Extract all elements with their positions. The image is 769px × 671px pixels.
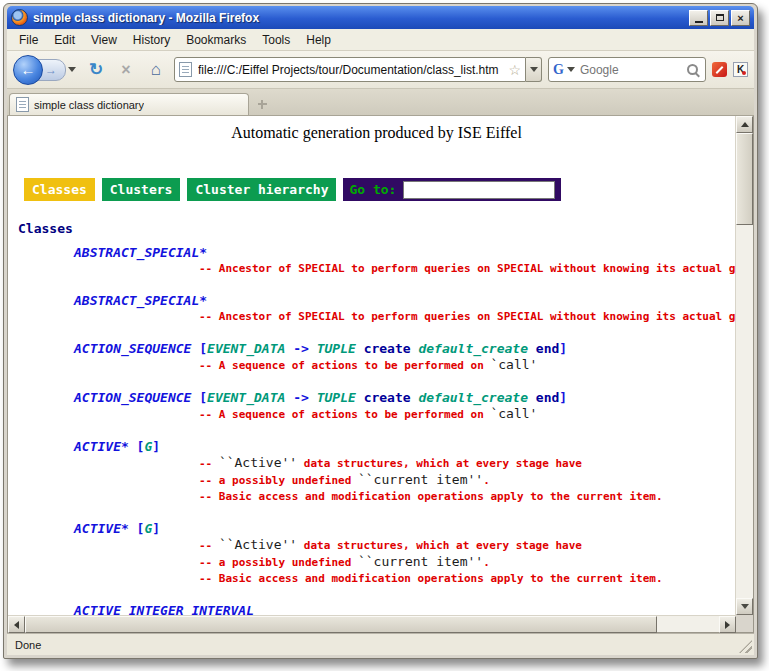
doc-nav-cluster-hierarchy[interactable]: Cluster hierarchy — [187, 178, 336, 201]
class-comment: -- A sequence of actions to be performed… — [18, 406, 735, 423]
tab-bar: simple class dictionary — [7, 89, 754, 116]
menu-history[interactable]: History — [125, 31, 178, 49]
text-segment: EVENT_DATA — [207, 341, 285, 356]
minimize-icon — [695, 21, 703, 23]
text-segment: end — [536, 390, 559, 405]
class-comment: -- a possibly undefined ``current item''… — [18, 472, 735, 489]
text-segment: -> — [285, 390, 316, 405]
new-tab-button[interactable] — [253, 95, 271, 113]
class-entry: ABSTRACT_SPECIAL*-- Ancestor of SPECIAL … — [18, 244, 735, 277]
browser-viewport: Automatic generation produced by ISE Eif… — [7, 116, 754, 633]
back-button[interactable]: ← — [13, 55, 43, 85]
text-segment: -- Ancestor of SPECIAL to perform querie… — [199, 262, 735, 275]
text-segment: end — [536, 341, 559, 356]
menu-view[interactable]: View — [83, 31, 125, 49]
text-segment: ABSTRACT_SPECIAL* — [74, 245, 207, 260]
horizontal-scrollbar-thumb[interactable] — [25, 616, 657, 633]
vertical-scrollbar[interactable] — [735, 116, 753, 615]
scrollbar-corner — [736, 615, 753, 632]
text-segment: ``Active'' — [219, 537, 297, 552]
arrow-down-icon — [741, 604, 749, 609]
url-input[interactable] — [196, 62, 504, 78]
text-segment: default_create — [418, 390, 528, 405]
horizontal-scrollbar[interactable] — [8, 615, 736, 632]
text-segment: ACTIVE* — [74, 521, 129, 536]
text-segment: ] — [559, 341, 567, 356]
text-segment: -- Basic access and modification operati… — [199, 490, 663, 503]
bookmark-star-icon[interactable]: ☆ — [508, 63, 521, 77]
doc-nav-classes[interactable]: Classes — [24, 178, 95, 201]
text-segment: [ — [129, 521, 145, 536]
class-name-link[interactable]: ABSTRACT_SPECIAL* — [18, 292, 735, 309]
tab-simple-class-dictionary[interactable]: simple class dictionary — [9, 93, 249, 115]
search-input[interactable] — [578, 62, 684, 78]
menu-file[interactable]: File — [11, 31, 46, 49]
text-segment: -- A sequence of actions to be performed… — [199, 408, 490, 421]
class-comment: -- A sequence of actions to be performed… — [18, 357, 735, 374]
class-name-link[interactable]: ACTIVE_INTEGER_INTERVAL — [18, 602, 735, 615]
text-segment: ``Active'' — [219, 455, 297, 470]
class-name-link[interactable]: ABSTRACT_SPECIAL* — [18, 244, 735, 261]
desktop: simple class dictionary - Mozilla Firefo… — [0, 0, 769, 671]
close-button[interactable]: × — [731, 10, 750, 26]
class-name-link[interactable]: ACTIVE* [G] — [18, 520, 735, 537]
class-entry: ACTIVE* [G]-- ``Active'' data structures… — [18, 438, 735, 505]
text-segment: ACTION_SEQUENCE — [74, 390, 191, 405]
text-segment — [528, 341, 536, 356]
menu-edit[interactable]: Edit — [46, 31, 83, 49]
stop-button[interactable]: × — [114, 58, 138, 82]
search-icon[interactable] — [687, 64, 698, 75]
chevron-down-icon — [530, 67, 538, 72]
text-segment: ``current item'' — [358, 554, 483, 569]
class-entry: ACTION_SEQUENCE [EVENT_DATA -> TUPLE cre… — [18, 389, 735, 423]
window-title: simple class dictionary - Mozilla Firefo… — [33, 11, 684, 25]
class-comment: -- ``Active'' data structures, which at … — [18, 455, 735, 472]
reload-button[interactable]: ↻ — [84, 58, 108, 82]
scroll-right-button[interactable] — [719, 616, 736, 633]
text-segment: ``current item'' — [358, 472, 483, 487]
scroll-up-button[interactable] — [736, 116, 753, 133]
home-icon: ⌂ — [151, 60, 161, 80]
scroll-down-button[interactable] — [736, 598, 753, 615]
text-segment: create — [364, 341, 411, 356]
class-entry: ABSTRACT_SPECIAL*-- Ancestor of SPECIAL … — [18, 292, 735, 325]
class-entry: ACTION_SEQUENCE [EVENT_DATA -> TUPLE cre… — [18, 340, 735, 374]
url-bar: ☆ — [174, 57, 526, 82]
text-segment — [528, 390, 536, 405]
page-content: Automatic generation produced by ISE Eif… — [8, 116, 735, 615]
menu-help[interactable]: Help — [298, 31, 339, 49]
vertical-scrollbar-thumb[interactable] — [736, 133, 753, 225]
class-name-link[interactable]: ACTION_SEQUENCE [EVENT_DATA -> TUPLE cre… — [18, 340, 735, 357]
text-segment: -- a possibly undefined — [199, 556, 358, 569]
text-segment: . — [483, 474, 490, 487]
close-icon: × — [737, 12, 743, 24]
class-name-link[interactable]: ACTIVE* [G] — [18, 438, 735, 455]
text-segment: . — [483, 556, 490, 569]
doc-nav-clusters[interactable]: Clusters — [102, 178, 181, 201]
resize-grip[interactable] — [739, 640, 752, 653]
url-dropdown-button[interactable] — [526, 57, 542, 82]
doc-nav-buttons: ClassesClustersCluster hierarchy — [24, 178, 336, 201]
text-segment — [356, 390, 364, 405]
goto-input[interactable] — [403, 181, 555, 199]
stop-icon: × — [121, 61, 130, 79]
text-segment: -- — [199, 457, 219, 470]
addon-icon-red[interactable] — [712, 62, 727, 77]
arrow-left-icon — [14, 621, 19, 629]
minimize-button[interactable] — [689, 10, 708, 26]
menu-bookmarks[interactable]: Bookmarks — [178, 31, 254, 49]
scroll-left-button[interactable] — [8, 616, 25, 633]
class-comment: -- Basic access and modification operati… — [18, 489, 735, 505]
search-engine-dropdown-icon[interactable] — [567, 67, 575, 72]
text-segment: -- a possibly undefined — [199, 474, 358, 487]
arrow-up-icon — [741, 122, 749, 127]
titlebar[interactable]: simple class dictionary - Mozilla Firefo… — [7, 6, 754, 29]
text-segment: [ — [129, 439, 145, 454]
text-segment: -> — [285, 341, 316, 356]
home-button[interactable]: ⌂ — [144, 58, 168, 82]
maximize-button[interactable] — [710, 10, 729, 26]
menu-tools[interactable]: Tools — [254, 31, 298, 49]
class-name-link[interactable]: ACTION_SEQUENCE [EVENT_DATA -> TUPLE cre… — [18, 389, 735, 406]
history-dropdown-button[interactable] — [66, 67, 78, 72]
addon-icon-k[interactable]: K — [733, 62, 748, 77]
